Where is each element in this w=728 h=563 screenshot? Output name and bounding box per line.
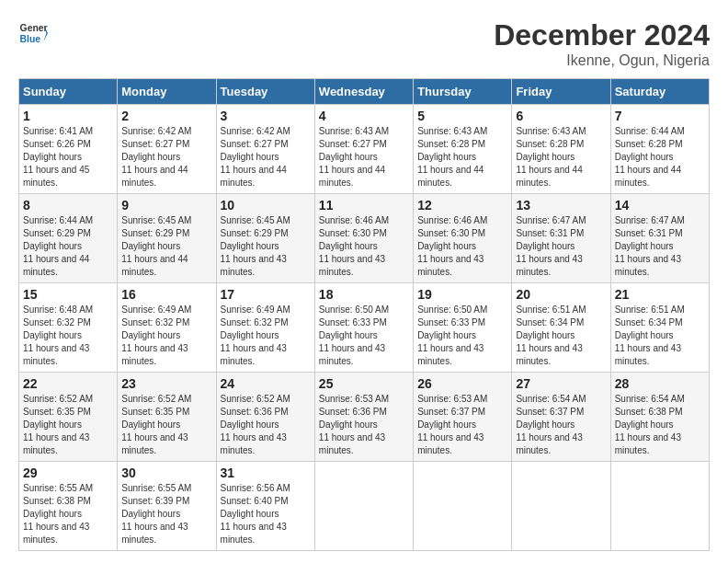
day-info: Sunrise: 6:56 AM Sunset: 6:40 PM Dayligh… [221, 482, 311, 546]
calendar-cell: 29 Sunrise: 6:55 AM Sunset: 6:38 PM Dayl… [19, 462, 118, 551]
day-number: 10 [221, 198, 311, 213]
day-number: 2 [121, 109, 211, 123]
day-info: Sunrise: 6:55 AM Sunset: 6:39 PM Dayligh… [121, 482, 211, 546]
weekday-header: Sunday [19, 79, 118, 105]
month-title: December 2024 [494, 18, 710, 52]
calendar-cell: 28 Sunrise: 6:54 AM Sunset: 6:38 PM Dayl… [610, 373, 709, 462]
calendar-cell [314, 462, 413, 551]
calendar-cell: 1 Sunrise: 6:41 AM Sunset: 6:26 PM Dayli… [19, 105, 118, 194]
day-info: Sunrise: 6:47 AM Sunset: 6:31 PM Dayligh… [615, 214, 705, 279]
day-info: Sunrise: 6:43 AM Sunset: 6:28 PM Dayligh… [516, 125, 606, 190]
day-info: Sunrise: 6:42 AM Sunset: 6:27 PM Dayligh… [221, 125, 311, 190]
calendar-cell: 14 Sunrise: 6:47 AM Sunset: 6:31 PM Dayl… [610, 194, 709, 283]
page-header: General Blue December 2024 Ikenne, Ogun,… [18, 18, 710, 69]
calendar-table: SundayMondayTuesdayWednesdayThursdayFrid… [18, 78, 710, 551]
day-number: 30 [121, 465, 211, 480]
calendar-cell: 15 Sunrise: 6:48 AM Sunset: 6:32 PM Dayl… [19, 283, 118, 373]
calendar-cell: 17 Sunrise: 6:49 AM Sunset: 6:32 PM Dayl… [216, 283, 314, 373]
calendar-cell: 25 Sunrise: 6:53 AM Sunset: 6:36 PM Dayl… [314, 373, 413, 462]
day-info: Sunrise: 6:47 AM Sunset: 6:31 PM Dayligh… [516, 214, 606, 279]
day-info: Sunrise: 6:50 AM Sunset: 6:33 PM Dayligh… [319, 304, 409, 368]
calendar-cell: 10 Sunrise: 6:45 AM Sunset: 6:29 PM Dayl… [216, 194, 314, 283]
day-info: Sunrise: 6:51 AM Sunset: 6:34 PM Dayligh… [615, 304, 705, 368]
day-info: Sunrise: 6:43 AM Sunset: 6:28 PM Dayligh… [417, 125, 507, 190]
calendar-cell: 22 Sunrise: 6:52 AM Sunset: 6:35 PM Dayl… [19, 373, 118, 462]
day-info: Sunrise: 6:48 AM Sunset: 6:32 PM Dayligh… [23, 304, 113, 368]
day-number: 17 [221, 287, 311, 302]
calendar-cell: 11 Sunrise: 6:46 AM Sunset: 6:30 PM Dayl… [314, 194, 413, 283]
day-info: Sunrise: 6:50 AM Sunset: 6:33 PM Dayligh… [417, 304, 507, 368]
day-info: Sunrise: 6:42 AM Sunset: 6:27 PM Dayligh… [121, 125, 211, 190]
day-number: 16 [121, 287, 211, 302]
day-number: 22 [23, 376, 113, 391]
day-info: Sunrise: 6:53 AM Sunset: 6:36 PM Dayligh… [319, 393, 409, 457]
day-info: Sunrise: 6:53 AM Sunset: 6:37 PM Dayligh… [417, 393, 507, 457]
weekday-header: Monday [118, 79, 216, 105]
calendar-cell: 30 Sunrise: 6:55 AM Sunset: 6:39 PM Dayl… [118, 462, 216, 551]
day-info: Sunrise: 6:44 AM Sunset: 6:28 PM Dayligh… [615, 125, 705, 190]
title-block: December 2024 Ikenne, Ogun, Nigeria [494, 18, 710, 69]
day-number: 21 [615, 287, 705, 302]
calendar-cell: 16 Sunrise: 6:49 AM Sunset: 6:32 PM Dayl… [118, 283, 216, 373]
calendar-cell: 21 Sunrise: 6:51 AM Sunset: 6:34 PM Dayl… [610, 283, 709, 373]
calendar-cell [512, 462, 610, 551]
day-number: 31 [221, 465, 311, 480]
day-number: 11 [319, 198, 409, 213]
day-number: 29 [23, 465, 113, 480]
logo-icon: General Blue [18, 18, 48, 48]
day-number: 20 [516, 287, 606, 302]
day-info: Sunrise: 6:46 AM Sunset: 6:30 PM Dayligh… [319, 214, 409, 279]
day-number: 7 [615, 109, 705, 123]
day-info: Sunrise: 6:54 AM Sunset: 6:38 PM Dayligh… [615, 393, 705, 457]
calendar-week-row: 29 Sunrise: 6:55 AM Sunset: 6:38 PM Dayl… [19, 462, 710, 551]
day-info: Sunrise: 6:41 AM Sunset: 6:26 PM Dayligh… [23, 125, 113, 190]
calendar-cell: 8 Sunrise: 6:44 AM Sunset: 6:29 PM Dayli… [19, 194, 118, 283]
day-number: 6 [516, 109, 606, 123]
day-number: 27 [516, 376, 606, 391]
day-number: 4 [319, 109, 409, 123]
day-number: 8 [23, 198, 113, 213]
day-number: 1 [23, 109, 113, 123]
day-info: Sunrise: 6:44 AM Sunset: 6:29 PM Dayligh… [23, 214, 113, 279]
day-number: 24 [221, 376, 311, 391]
calendar-cell [610, 462, 709, 551]
calendar-cell: 13 Sunrise: 6:47 AM Sunset: 6:31 PM Dayl… [512, 194, 610, 283]
calendar-cell: 12 Sunrise: 6:46 AM Sunset: 6:30 PM Dayl… [414, 194, 512, 283]
day-number: 28 [615, 376, 705, 391]
calendar-cell: 31 Sunrise: 6:56 AM Sunset: 6:40 PM Dayl… [216, 462, 314, 551]
day-number: 3 [221, 109, 311, 123]
day-number: 26 [417, 376, 507, 391]
day-number: 25 [319, 376, 409, 391]
day-info: Sunrise: 6:52 AM Sunset: 6:35 PM Dayligh… [121, 393, 211, 457]
day-info: Sunrise: 6:54 AM Sunset: 6:37 PM Dayligh… [516, 393, 606, 457]
calendar-cell: 5 Sunrise: 6:43 AM Sunset: 6:28 PM Dayli… [414, 105, 512, 194]
calendar-cell: 4 Sunrise: 6:43 AM Sunset: 6:27 PM Dayli… [314, 105, 413, 194]
calendar-cell: 26 Sunrise: 6:53 AM Sunset: 6:37 PM Dayl… [414, 373, 512, 462]
calendar-cell: 7 Sunrise: 6:44 AM Sunset: 6:28 PM Dayli… [610, 105, 709, 194]
day-number: 9 [121, 198, 211, 213]
calendar-cell: 6 Sunrise: 6:43 AM Sunset: 6:28 PM Dayli… [512, 105, 610, 194]
calendar-cell: 27 Sunrise: 6:54 AM Sunset: 6:37 PM Dayl… [512, 373, 610, 462]
day-info: Sunrise: 6:49 AM Sunset: 6:32 PM Dayligh… [221, 304, 311, 368]
calendar-cell: 2 Sunrise: 6:42 AM Sunset: 6:27 PM Dayli… [118, 105, 216, 194]
day-number: 18 [319, 287, 409, 302]
calendar-week-row: 8 Sunrise: 6:44 AM Sunset: 6:29 PM Dayli… [19, 194, 710, 283]
calendar-week-row: 1 Sunrise: 6:41 AM Sunset: 6:26 PM Dayli… [19, 105, 710, 194]
calendar-cell: 18 Sunrise: 6:50 AM Sunset: 6:33 PM Dayl… [314, 283, 413, 373]
day-number: 12 [417, 198, 507, 213]
day-info: Sunrise: 6:51 AM Sunset: 6:34 PM Dayligh… [516, 304, 606, 368]
weekday-header: Tuesday [216, 79, 314, 105]
day-info: Sunrise: 6:52 AM Sunset: 6:35 PM Dayligh… [23, 393, 113, 457]
day-number: 5 [417, 109, 507, 123]
logo: General Blue [18, 18, 48, 48]
weekday-header: Friday [512, 79, 610, 105]
day-info: Sunrise: 6:49 AM Sunset: 6:32 PM Dayligh… [121, 304, 211, 368]
day-number: 23 [121, 376, 211, 391]
calendar-week-row: 15 Sunrise: 6:48 AM Sunset: 6:32 PM Dayl… [19, 283, 710, 373]
calendar-cell: 3 Sunrise: 6:42 AM Sunset: 6:27 PM Dayli… [216, 105, 314, 194]
calendar-cell [414, 462, 512, 551]
weekday-header: Wednesday [314, 79, 413, 105]
location-title: Ikenne, Ogun, Nigeria [494, 52, 710, 69]
calendar-cell: 9 Sunrise: 6:45 AM Sunset: 6:29 PM Dayli… [118, 194, 216, 283]
day-number: 19 [417, 287, 507, 302]
